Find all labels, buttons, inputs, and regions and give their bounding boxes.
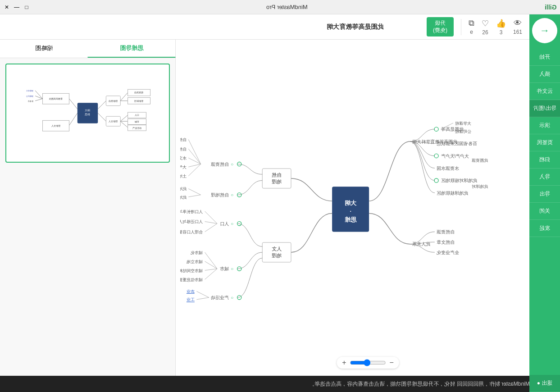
svg-text:大户产/天户产: 大户产/天户产 [441, 154, 469, 159]
share-badge: e [470, 29, 473, 35]
nav-item-insert[interactable]: 插入 [529, 66, 560, 83]
right-nav: → 开始 插入 云文件 导出/图片 演示 页签民 归档 导入 导出 关闭 发起 … [529, 40, 560, 376]
svg-text:○: ○ [231, 162, 233, 167]
toolbar-divider [461, 19, 461, 35]
close-button[interactable]: ✕ [4, 4, 10, 10]
svg-text:自然地理: 自然地理 [211, 192, 229, 197]
svg-line-9 [120, 93, 127, 101]
svg-text:公司课程: 公司课程 [455, 129, 471, 134]
nav-item-cloud[interactable]: 云文件 [529, 83, 560, 100]
nav-item-close[interactable]: 关闭 [529, 203, 560, 220]
nav-item-archive[interactable]: 归档 [529, 151, 560, 169]
svg-text:大学课程: 大学课程 [27, 90, 34, 92]
svg-text:水资源水国: 水资源水国 [437, 166, 459, 171]
nav-item-export[interactable]: 导出/图片 [529, 100, 560, 117]
zoom-minus-button[interactable]: − [390, 359, 394, 367]
svg-point-105 [434, 178, 438, 182]
nav-arrow-button[interactable]: → [532, 40, 557, 43]
nav-item-present[interactable]: 演示 [529, 117, 560, 134]
nav-item-send[interactable]: 发起 [529, 220, 560, 237]
svg-text:自然资源分类: 自然资源分类 [180, 147, 187, 151]
svg-text:此地球对核联: 此地球对核联 [180, 187, 187, 191]
right-nav-bottom: 退出 ● [529, 375, 560, 376]
svg-text:地理: 地理 [272, 253, 282, 258]
svg-text:产业活动: 产业活动 [211, 295, 229, 300]
mini-map-svg: 大纲 思维 自然地理 人文地理 自然资源 [10, 68, 165, 158]
svg-line-50 [188, 158, 200, 164]
like-toolbar-item[interactable]: 👍 3 [496, 18, 506, 36]
svg-text:人文地理: 人文地理 [51, 124, 60, 127]
svg-line-46 [188, 139, 200, 164]
svg-text:自然资源: 自然资源 [211, 162, 229, 167]
favorite-toolbar-item[interactable]: ♡ 26 [482, 18, 489, 36]
view-toolbar-item[interactable]: 👁 161 [513, 18, 522, 35]
svg-text:产业活动: 产业活动 [132, 127, 141, 129]
share-toolbar-item[interactable]: ⧉ e [469, 18, 474, 35]
bottom-bar: 本作品由 MindMaster 制作，用回回回回 转化，不升级思维导图功能，请点… [0, 376, 560, 392]
svg-line-89 [196, 292, 209, 298]
thumbnail-box: 大纲 思维 自然地理 人文地理 自然资源 [5, 64, 170, 163]
upgrade-button[interactable]: 升级 (免费) [427, 17, 454, 36]
svg-text:城市立地: 城市立地 [187, 260, 203, 264]
svg-line-3 [98, 101, 106, 109]
svg-text:公司课程: 公司课程 [27, 95, 34, 97]
svg-text:城市: 城市 [220, 266, 229, 271]
nav-item-import[interactable]: 导入 [529, 169, 560, 186]
left-panel: 缩略图 思维导图 大纲 思维 自然地理 [0, 40, 176, 376]
maximize-button[interactable]: □ [23, 4, 30, 10]
svg-text:工业: 工业 [187, 297, 195, 302]
logout-button[interactable]: 退出 ● [529, 375, 560, 376]
svg-text:此地球对: 此地球对 [472, 184, 488, 189]
svg-text:此地球核联地区: 此地球核联地区 [437, 191, 468, 196]
svg-text:土地资源: 土地资源 [180, 174, 187, 178]
svg-text:自然地理: 自然地理 [109, 100, 118, 102]
minimize-button[interactable]: — [14, 4, 20, 10]
svg-text:自然: 自然 [272, 172, 282, 178]
mini-map: 大纲 思维 自然地理 人文地理 自然资源 [10, 68, 165, 158]
svg-text:此图资源: 此图资源 [472, 158, 488, 163]
svg-point-94 [434, 127, 438, 131]
svg-line-21 [120, 121, 127, 128]
canvas-area[interactable]: 大纲 · 思维 自然 地理 ○ 自然资源 自然资源简介 自然资源分类 水文与水资… [176, 40, 560, 376]
svg-text:大纲: 大纲 [85, 109, 91, 112]
svg-text:○: ○ [231, 192, 233, 197]
svg-text:人口: 人口 [220, 221, 229, 226]
svg-text:大气与气候: 大气与气候 [180, 165, 187, 169]
svg-line-54 [188, 164, 200, 176]
nav-item-start[interactable]: 开始 [529, 49, 560, 66]
svg-line-6 [98, 113, 106, 121]
svg-text:合理人口容量与人口政策: 合理人口容量与人口政策 [180, 230, 203, 234]
svg-point-101 [434, 154, 438, 158]
svg-text:思维: 思维 [85, 113, 91, 116]
svg-text:城市空间结构: 城市空间结构 [180, 269, 203, 273]
zoom-add-button[interactable]: + [342, 359, 346, 367]
svg-text:大纲: 大纲 [345, 200, 357, 206]
nav-item-export2[interactable]: 导出 [529, 186, 560, 203]
svg-text:○: ○ [231, 221, 233, 226]
tab-mindmap[interactable]: 思维导图 [88, 40, 176, 58]
svg-line-73 [205, 223, 217, 232]
svg-line-15 [120, 115, 127, 122]
nav-item-pagesign[interactable]: 页签民 [529, 134, 560, 151]
svg-text:自然文章: 自然文章 [437, 240, 455, 245]
svg-rect-63 [262, 242, 291, 262]
tab-bar: 缩略图 思维导图 [0, 40, 175, 58]
svg-text:此图高等教育: 此图高等教育 [49, 97, 63, 100]
svg-text:地理: 地理 [272, 179, 282, 184]
main-content: 缩略图 思维导图 大纲 思维 自然地理 [0, 40, 560, 376]
svg-line-27 [69, 113, 77, 125]
svg-rect-40 [262, 169, 291, 188]
window-controls[interactable]: ✕ — □ [4, 4, 30, 10]
zoom-slider[interactable] [350, 359, 386, 366]
svg-text:水文与水资源: 水文与水资源 [180, 156, 187, 160]
thumbsup-icon: 👍 [496, 18, 506, 28]
svg-line-80 [205, 261, 217, 269]
tab-thumbnail[interactable]: 缩略图 [0, 40, 88, 58]
svg-text:○: ○ [231, 295, 233, 300]
eye-icon: 👁 [514, 18, 522, 28]
zoom-controls: + − [337, 357, 399, 369]
title-bar: ✕ — □ MindMaster Pro Gilli [0, 0, 560, 14]
svg-text:·: · [350, 208, 351, 214]
svg-text:城市信息重要性: 城市信息重要性 [180, 278, 203, 282]
svg-text:百各省: 百各省 [28, 100, 34, 102]
